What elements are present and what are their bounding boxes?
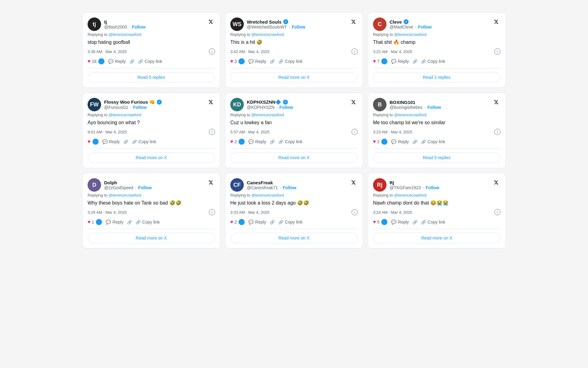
copy-link-button[interactable]: 🔗 Copy link bbox=[130, 138, 158, 145]
reply-label: Reply bbox=[255, 139, 266, 144]
read-more-button[interactable]: Read 5 replies bbox=[88, 72, 215, 82]
reply-target[interactable]: @terencecrawford bbox=[251, 32, 284, 37]
read-more-button[interactable]: Read more on X bbox=[88, 152, 215, 163]
avatar[interactable]: D bbox=[88, 178, 101, 192]
like-button[interactable]: ♥ 7 bbox=[373, 59, 379, 64]
reply-button[interactable]: 💬 Reply bbox=[247, 58, 268, 65]
link-icon: 🔗 bbox=[421, 59, 426, 64]
reply-button[interactable]: 💬 Reply bbox=[389, 138, 411, 145]
info-icon[interactable]: i bbox=[494, 48, 500, 55]
read-more-button[interactable]: Read more on X bbox=[88, 233, 215, 243]
reply-button[interactable]: 💬 Reply bbox=[104, 218, 125, 226]
avatar[interactable]: CF bbox=[230, 178, 244, 192]
follow-button[interactable]: Follow bbox=[279, 105, 293, 110]
avatar[interactable]: Rj bbox=[373, 178, 386, 192]
heart-icon: ♥ bbox=[88, 139, 91, 144]
follow-button[interactable]: Follow bbox=[418, 25, 432, 29]
read-more-button[interactable]: Read more on X bbox=[230, 72, 358, 82]
reply-button[interactable]: 💬 Reply bbox=[100, 138, 122, 145]
like-button[interactable]: ♥ 2 bbox=[373, 139, 379, 144]
reply-target[interactable]: @terencecrawford bbox=[394, 32, 427, 37]
reply-target[interactable]: @terencecrawford bbox=[394, 113, 427, 117]
copy-link-label: Copy link bbox=[285, 220, 303, 224]
x-logo-button[interactable] bbox=[206, 98, 215, 106]
reply-target[interactable]: @terencecrawford bbox=[251, 113, 284, 117]
follow-button[interactable]: Follow bbox=[426, 185, 439, 190]
reply-icon: 💬 bbox=[391, 59, 396, 64]
copy-link-button[interactable]: 🔗 Copy link bbox=[136, 58, 164, 65]
follow-button[interactable]: Follow bbox=[428, 105, 441, 110]
read-more-button[interactable]: Read more on X bbox=[373, 233, 500, 243]
x-logo-button[interactable] bbox=[206, 17, 215, 26]
x-logo-button[interactable] bbox=[349, 178, 358, 187]
avatar[interactable]: WS bbox=[230, 17, 244, 31]
like-button[interactable]: ♥ 2 bbox=[230, 219, 237, 225]
like-button[interactable]: ♥ 2 bbox=[230, 139, 237, 144]
info-icon[interactable]: i bbox=[494, 129, 500, 135]
reply-target[interactable]: @terencecrawford bbox=[251, 193, 284, 197]
reply-target[interactable]: @terencecrawford bbox=[109, 113, 141, 117]
reply-target[interactable]: @terencecrawford bbox=[109, 193, 141, 197]
link-icon: 🔗 bbox=[421, 140, 426, 144]
avatar[interactable]: KD bbox=[230, 98, 244, 111]
info-icon[interactable]: i bbox=[209, 129, 215, 135]
timestamp: 3:38 AM · Mar 4, 2025 bbox=[88, 49, 127, 54]
reply-button[interactable]: 💬 Reply bbox=[247, 218, 268, 226]
avatar[interactable]: C bbox=[373, 17, 386, 31]
heart-icon: ♥ bbox=[230, 219, 233, 225]
info-icon[interactable]: i bbox=[209, 209, 215, 215]
read-more-button[interactable]: Read more on X bbox=[230, 152, 358, 163]
x-logo-button[interactable] bbox=[349, 98, 358, 106]
copy-link-button[interactable]: 🔗 Copy link bbox=[277, 58, 304, 65]
x-logo-button[interactable] bbox=[206, 178, 215, 187]
like-button[interactable]: ♥ 1 bbox=[88, 219, 94, 225]
reply-target[interactable]: @terencecrawford bbox=[109, 32, 141, 37]
handle: @FuriousGz bbox=[104, 105, 128, 110]
copy-link-button[interactable]: 🔗 Copy link bbox=[419, 218, 447, 226]
reply-button[interactable]: 💬 Reply bbox=[389, 218, 411, 226]
copy-link-label: Copy link bbox=[142, 220, 160, 224]
like-button[interactable]: ♥ 3 bbox=[230, 59, 237, 64]
reply-button[interactable]: 💬 Reply bbox=[389, 58, 411, 65]
x-logo-button[interactable] bbox=[349, 17, 358, 26]
tweet-card: FW Flossy Woo Furious 👊 ✓ @FuriousGz · F… bbox=[82, 93, 220, 168]
follow-button[interactable]: Follow bbox=[292, 25, 305, 29]
copy-link-button[interactable]: 🔗 Copy link bbox=[277, 218, 304, 226]
x-logo-button[interactable] bbox=[492, 17, 500, 26]
read-more-button[interactable]: Read 2 replies bbox=[373, 72, 500, 82]
separator: 🔗 bbox=[130, 59, 134, 64]
x-logo-button[interactable] bbox=[492, 98, 500, 106]
avatar[interactable]: tj bbox=[88, 17, 101, 31]
heart-icon: ♥ bbox=[373, 219, 376, 225]
like-button[interactable]: ♥ bbox=[88, 139, 91, 144]
reply-button[interactable]: 💬 Reply bbox=[247, 138, 268, 145]
info-icon[interactable]: i bbox=[352, 209, 358, 215]
replying-to: Replying to @terencecrawford bbox=[88, 113, 215, 117]
info-icon[interactable]: i bbox=[352, 48, 358, 55]
copy-link-button[interactable]: 🔗 Copy link bbox=[277, 138, 304, 145]
copy-link-button[interactable]: 🔗 Copy link bbox=[134, 218, 162, 226]
read-more-button[interactable]: Read more on X bbox=[230, 233, 358, 243]
info-icon[interactable]: i bbox=[494, 209, 500, 215]
display-name: Flossy Woo Furious 👊 ✓ bbox=[104, 99, 162, 105]
follow-button[interactable]: Follow bbox=[133, 105, 147, 110]
avatar[interactable]: B bbox=[373, 98, 386, 111]
reply-target[interactable]: @terencecrawford bbox=[394, 193, 427, 197]
user-text: BOXING101 @boxingisthebes · Follow bbox=[390, 100, 441, 110]
like-button[interactable]: ♥ 5 bbox=[373, 219, 379, 225]
info-icon[interactable]: i bbox=[209, 48, 215, 55]
follow-button[interactable]: Follow bbox=[283, 185, 296, 190]
copy-link-button[interactable]: 🔗 Copy link bbox=[419, 138, 447, 145]
verified-badge: ✓ bbox=[283, 19, 288, 24]
reply-button[interactable]: 💬 Reply bbox=[106, 58, 128, 65]
avatar[interactable]: FW bbox=[88, 98, 101, 111]
like-button[interactable]: ♥ 18 bbox=[88, 59, 96, 64]
timestamp-row: 3:29 AM · Mar 4, 2025 i bbox=[88, 209, 215, 215]
copy-link-button[interactable]: 🔗 Copy link bbox=[419, 58, 447, 65]
info-icon[interactable]: i bbox=[352, 129, 358, 135]
x-logo-button[interactable] bbox=[492, 178, 500, 187]
handle: @KDPHXSZN bbox=[247, 105, 274, 110]
follow-button[interactable]: Follow bbox=[132, 25, 145, 29]
read-more-button[interactable]: Read 5 replies bbox=[373, 152, 500, 163]
follow-button[interactable]: Follow bbox=[138, 185, 152, 190]
